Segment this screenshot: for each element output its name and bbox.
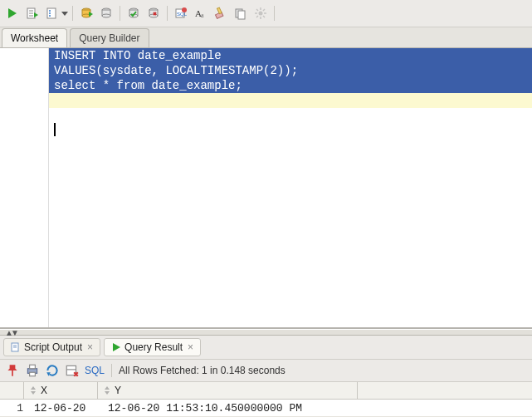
- svg-point-17: [102, 14, 110, 17]
- svg-rect-49: [30, 372, 36, 376]
- close-icon[interactable]: ×: [188, 341, 193, 353]
- main-toolbar: SQL Aa: [0, 0, 532, 27]
- svg-point-9: [49, 15, 51, 17]
- text-cursor: [54, 123, 56, 136]
- cell-y[interactable]: 12-06-20 11:53:10.450000000 PM: [103, 400, 363, 416]
- svg-rect-48: [30, 365, 36, 369]
- svg-marker-45: [113, 343, 120, 351]
- table-row[interactable]: 1 12-06-20 12-06-20 11:53:10.450000000 P…: [0, 400, 532, 417]
- clear-icon[interactable]: [212, 4, 230, 22]
- svg-text:SQL: SQL: [177, 12, 188, 17]
- results-tabstrip: Script Output × Query Result ×: [0, 336, 532, 360]
- svg-marker-10: [61, 12, 68, 16]
- code-area[interactable]: INSERT INTO date_example VALUES(sysdate,…: [49, 48, 532, 327]
- code-line[interactable]: INSERT INTO date_example: [49, 48, 532, 63]
- close-icon[interactable]: ×: [87, 341, 93, 353]
- editor-gutter: [0, 48, 49, 327]
- tab-script-output[interactable]: Script Output ×: [3, 338, 100, 356]
- separator: [72, 6, 73, 21]
- column-label: Y: [115, 385, 121, 396]
- results-grid[interactable]: X Y 1 12-06-20 12-06-20 11:53:10.4500000…: [0, 382, 532, 417]
- column-header-y[interactable]: Y: [98, 382, 358, 399]
- expand-arrows-icon: ▲▼: [5, 328, 17, 337]
- horizontal-splitter[interactable]: ▲▼: [0, 329, 532, 336]
- sql-editor[interactable]: INSERT INTO date_example VALUES(sysdate,…: [0, 48, 532, 329]
- separator: [274, 6, 275, 21]
- explain-plan-icon[interactable]: [43, 4, 61, 22]
- settings-icon[interactable]: [251, 4, 270, 22]
- separator: [120, 6, 120, 21]
- column-label: X: [41, 385, 47, 396]
- svg-point-7: [49, 10, 51, 12]
- code-line[interactable]: select * from date_example;: [49, 78, 532, 93]
- svg-point-8: [49, 12, 51, 14]
- sort-icon: [103, 386, 111, 395]
- column-header-x[interactable]: X: [24, 382, 98, 399]
- db-save-icon[interactable]: [97, 4, 115, 22]
- sort-icon: [29, 386, 37, 395]
- sql-link[interactable]: SQL: [85, 365, 105, 376]
- svg-point-26: [182, 7, 187, 12]
- svg-rect-30: [217, 7, 222, 14]
- fetch-status: All Rows Fetched: 1 in 0.148 seconds: [119, 365, 286, 376]
- svg-marker-0: [8, 8, 17, 18]
- tab-query-builder[interactable]: Query Builder: [70, 28, 149, 47]
- tab-label: Script Output: [24, 341, 82, 353]
- row-number: 1: [0, 400, 29, 416]
- svg-point-33: [259, 12, 263, 16]
- dropdown-caret-icon[interactable]: [61, 4, 68, 22]
- autotrace-icon[interactable]: [77, 4, 95, 22]
- svg-line-39: [263, 16, 265, 17]
- rollback-icon[interactable]: [144, 4, 163, 22]
- row-number-header: [0, 382, 24, 399]
- delete-row-icon[interactable]: [65, 363, 80, 378]
- svg-marker-56: [105, 391, 110, 395]
- run-script-icon[interactable]: [23, 4, 41, 22]
- svg-text:a: a: [201, 12, 204, 19]
- tab-label: Query Result: [124, 341, 183, 353]
- separator: [167, 6, 168, 21]
- svg-line-38: [256, 9, 258, 11]
- svg-line-41: [256, 16, 258, 17]
- svg-line-40: [263, 9, 265, 11]
- svg-rect-32: [238, 11, 245, 19]
- format-icon[interactable]: Aa: [192, 4, 210, 22]
- history-icon[interactable]: [232, 4, 250, 22]
- document-icon: [11, 342, 21, 352]
- separator: [111, 364, 112, 377]
- pin-icon[interactable]: [5, 363, 20, 378]
- run-small-icon: [111, 342, 121, 352]
- cell-x[interactable]: 12-06-20: [29, 400, 103, 416]
- grid-header: X Y: [0, 382, 532, 400]
- commit-icon[interactable]: [124, 4, 143, 22]
- tab-worksheet[interactable]: Worksheet: [2, 28, 67, 47]
- tab-query-result[interactable]: Query Result ×: [104, 338, 201, 356]
- run-icon[interactable]: [3, 4, 22, 22]
- code-line[interactable]: [49, 93, 532, 108]
- svg-marker-53: [31, 386, 36, 390]
- editor-tabstrip: Worksheet Query Builder: [0, 27, 532, 48]
- results-toolbar: SQL All Rows Fetched: 1 in 0.148 seconds: [0, 360, 532, 382]
- svg-marker-55: [105, 386, 110, 390]
- print-icon[interactable]: [25, 363, 40, 378]
- code-line[interactable]: VALUES(sysdate, LOCALTIMESTAMP(2));: [49, 63, 532, 78]
- svg-rect-6: [47, 8, 56, 18]
- svg-marker-54: [31, 391, 36, 395]
- refresh-icon[interactable]: [45, 363, 60, 378]
- svg-marker-5: [34, 12, 38, 17]
- sql-tuning-icon[interactable]: SQL: [172, 4, 190, 22]
